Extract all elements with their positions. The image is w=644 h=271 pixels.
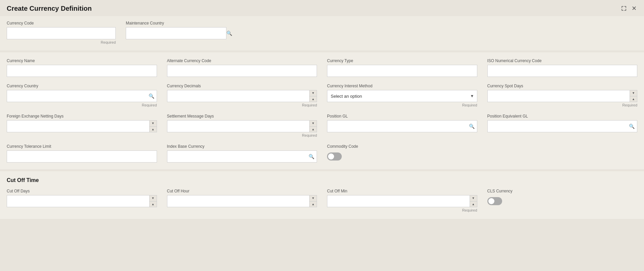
cls-currency-toggle[interactable]	[487, 197, 502, 205]
currency-type-group: Currency Type	[327, 58, 477, 77]
position-equivalent-gl-input-wrapper: 🔍	[487, 120, 638, 132]
currency-name-input[interactable]	[7, 65, 157, 77]
position-gl-label: Position GL	[327, 114, 477, 119]
cls-currency-label: CLS Currency	[487, 189, 638, 193]
currency-spot-days-input[interactable]	[488, 90, 630, 102]
page-container: Create Currency Definition ✕ Currency Co…	[0, 0, 644, 271]
cut-off-min-required: Required	[327, 208, 477, 212]
section-cut-off-time: Cut Off Time Cut Off Days ▼ ▲ Cut Off Ho…	[0, 171, 644, 219]
currency-tolerance-limit-group: Currency Tolerance Limit	[7, 144, 157, 163]
main-fields-grid: Currency Name Alternate Currency Code Cu…	[7, 58, 637, 163]
currency-decimals-down-btn[interactable]: ▼	[310, 90, 317, 96]
page-title: Create Currency Definition	[7, 5, 92, 12]
settlement-message-days-down-btn[interactable]: ▼	[310, 121, 317, 127]
currency-decimals-input[interactable]	[167, 90, 310, 102]
currency-name-label: Currency Name	[7, 58, 157, 63]
cut-off-days-down-btn[interactable]: ▼	[150, 195, 157, 201]
maintenance-country-input[interactable]	[126, 27, 226, 39]
position-gl-group: Position GL 🔍	[327, 114, 477, 137]
currency-country-input[interactable]	[7, 90, 157, 102]
maintenance-country-search-icon: 🔍	[226, 31, 232, 36]
currency-spot-days-down-btn[interactable]: ▼	[630, 90, 637, 96]
currency-tolerance-limit-input[interactable]	[7, 150, 157, 163]
currency-tolerance-limit-label: Currency Tolerance Limit	[7, 144, 157, 149]
maximize-button[interactable]	[620, 5, 628, 12]
fx-netting-days-up-btn[interactable]: ▲	[150, 127, 157, 132]
cut-off-days-up-btn[interactable]: ▲	[150, 201, 157, 207]
currency-decimals-up-btn[interactable]: ▲	[310, 96, 317, 102]
fx-netting-days-input[interactable]	[7, 121, 149, 132]
position-equivalent-gl-group: Position Equivalent GL 🔍	[487, 114, 638, 137]
currency-spot-days-up-btn[interactable]: ▲	[630, 96, 637, 102]
commodity-code-slider	[327, 152, 342, 161]
cut-off-time-grid: Cut Off Days ▼ ▲ Cut Off Hour ▼ ▲	[7, 189, 637, 212]
cls-currency-group: CLS Currency	[487, 189, 638, 212]
cut-off-days-spinner: ▼ ▲	[7, 195, 157, 207]
position-gl-input-wrapper: 🔍	[327, 120, 477, 132]
position-gl-input[interactable]	[327, 120, 477, 132]
cut-off-hour-spinner: ▼ ▲	[167, 195, 317, 207]
close-icon: ✕	[632, 5, 637, 12]
currency-spot-days-required: Required	[487, 103, 638, 107]
currency-code-label: Currency Code	[7, 21, 116, 26]
maximize-icon	[621, 5, 627, 11]
settlement-message-days-label: Settlement Message Days	[167, 114, 317, 119]
currency-interest-method-group: Currency Interest Method Select an optio…	[327, 84, 477, 107]
settlement-message-days-group: Settlement Message Days ▼ ▲ Required	[167, 114, 317, 137]
index-base-currency-input[interactable]	[167, 150, 317, 163]
currency-interest-method-select[interactable]: Select an option	[327, 91, 477, 101]
cls-currency-toggle-wrapper	[487, 197, 638, 205]
currency-type-input[interactable]	[327, 65, 477, 77]
currency-spot-days-spinner-buttons: ▼ ▲	[630, 90, 637, 102]
position-equivalent-gl-input[interactable]	[487, 120, 638, 132]
section-currency-code: Currency Code Required Maintenance Count…	[0, 16, 644, 50]
currency-spot-days-spinner: ▼ ▲	[487, 90, 638, 102]
cut-off-min-up-btn[interactable]: ▲	[470, 201, 477, 207]
currency-code-input[interactable]	[7, 27, 116, 39]
commodity-code-label: Commodity Code	[327, 144, 477, 149]
currency-interest-method-label: Currency Interest Method	[327, 84, 477, 88]
cut-off-min-label: Cut Off Min	[327, 189, 477, 193]
settlement-message-days-input[interactable]	[167, 121, 310, 132]
currency-decimals-spinner: ▼ ▲	[167, 90, 317, 102]
currency-decimals-spinner-buttons: ▼ ▲	[309, 90, 317, 102]
cut-off-min-input[interactable]	[327, 195, 470, 207]
settlement-message-days-up-btn[interactable]: ▲	[310, 127, 317, 132]
settlement-message-days-spinner-buttons: ▼ ▲	[309, 121, 317, 132]
commodity-code-toggle[interactable]	[327, 152, 342, 161]
cut-off-hour-input[interactable]	[167, 195, 310, 207]
currency-interest-method-required: Required	[327, 103, 477, 107]
header-icons: ✕	[620, 4, 637, 13]
cut-off-min-spinner-buttons: ▼ ▲	[470, 195, 477, 207]
settlement-message-days-required: Required	[167, 133, 317, 137]
cut-off-days-input[interactable]	[7, 195, 149, 207]
currency-code-required: Required	[7, 40, 116, 44]
fx-netting-days-down-btn[interactable]: ▼	[150, 121, 157, 127]
cut-off-hour-spinner-buttons: ▼ ▲	[309, 195, 317, 207]
commodity-code-group: Commodity Code	[327, 144, 477, 163]
currency-country-required: Required	[7, 103, 157, 107]
iso-numerical-input[interactable]	[487, 65, 638, 77]
cut-off-min-down-btn[interactable]: ▼	[470, 195, 477, 201]
cut-off-hour-down-btn[interactable]: ▼	[310, 195, 317, 201]
cut-off-hour-label: Cut Off Hour	[167, 189, 317, 193]
fx-netting-days-group: Foreign Exchange Netting Days ▼ ▲	[7, 114, 157, 137]
maintenance-country-group: Maintenance Country 🔍	[126, 21, 235, 44]
cut-off-min-spinner: ▼ ▲	[327, 195, 477, 207]
alternate-currency-code-input[interactable]	[167, 65, 317, 77]
currency-country-group: Currency Country 🔍 Required	[7, 84, 157, 107]
currency-decimals-label: Currency Decimals	[167, 84, 317, 88]
currency-code-group: Currency Code Required	[7, 21, 116, 44]
empty-col-row4	[487, 144, 638, 163]
close-button[interactable]: ✕	[631, 4, 637, 13]
fx-netting-days-spinner: ▼ ▲	[7, 120, 157, 132]
currency-decimals-required: Required	[167, 103, 317, 107]
maintenance-country-input-wrapper: 🔍	[126, 27, 235, 39]
index-base-currency-label: Index Base Currency	[167, 144, 317, 149]
position-equivalent-gl-label: Position Equivalent GL	[487, 114, 638, 119]
cls-currency-slider	[487, 197, 502, 205]
cut-off-min-group: Cut Off Min ▼ ▲ Required	[327, 189, 477, 212]
cut-off-hour-up-btn[interactable]: ▲	[310, 201, 317, 207]
fx-netting-days-label: Foreign Exchange Netting Days	[7, 114, 157, 119]
currency-country-input-wrapper: 🔍	[7, 90, 157, 102]
